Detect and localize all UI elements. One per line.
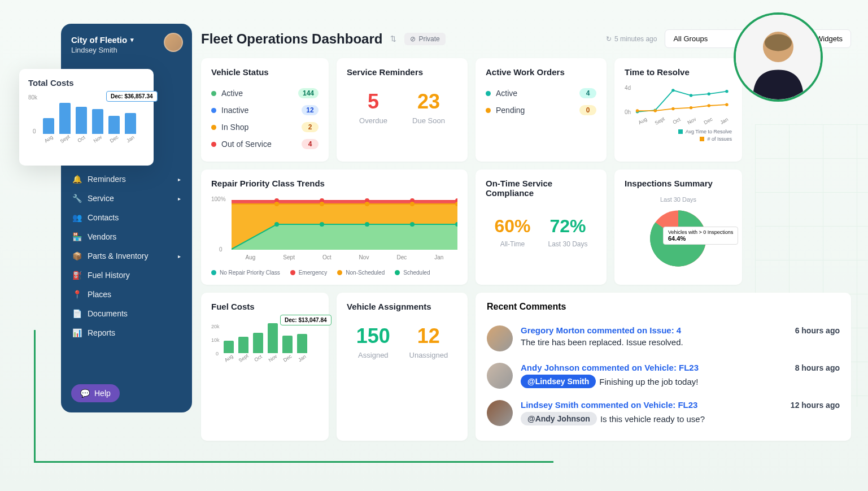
- avatar[interactable]: [164, 33, 183, 52]
- metric-label: Unassigned: [409, 351, 448, 359]
- x-label: Aug: [246, 254, 256, 260]
- avatar[interactable]: [487, 400, 513, 426]
- comment-time: 12 hours ago: [791, 401, 840, 410]
- org-name-label: City of Fleetio: [71, 35, 127, 45]
- box-icon: 📦: [72, 251, 81, 260]
- y-tick: 20k: [211, 324, 220, 329]
- card-title: Vehicle Assignments: [347, 302, 457, 311]
- x-label: Dec: [396, 254, 407, 260]
- svg-point-9: [690, 106, 692, 109]
- total-costs-card: Total Costs 80k 0 Dec: $36,857.34 Aug Se…: [19, 69, 154, 166]
- status-dot: [211, 125, 216, 130]
- status-label: Inactive: [221, 106, 248, 115]
- x-label: Jan: [296, 353, 308, 364]
- document-icon: 📄: [72, 309, 81, 318]
- bell-icon: 🔔: [72, 175, 81, 184]
- svg-point-21: [320, 202, 324, 206]
- presenter-avatar: [734, 12, 823, 102]
- x-label: Jan: [124, 133, 137, 145]
- nav-label: Contacts: [88, 213, 119, 222]
- legend-dot: [678, 129, 683, 134]
- chevron-right-icon: ▸: [178, 195, 181, 202]
- privacy-label: Private: [418, 35, 439, 43]
- metric-value: 60%: [494, 216, 530, 237]
- x-label: Oct: [322, 254, 332, 260]
- sidebar-item-parts[interactable]: 📦Parts & Inventory▸: [61, 246, 192, 266]
- x-label: Aug: [42, 133, 55, 145]
- mention-pill[interactable]: @Andy Johnson: [521, 412, 597, 425]
- x-label: Sept: [283, 254, 295, 260]
- card-title: Time to Resolve: [625, 67, 732, 77]
- mention-pill[interactable]: @Lindsey Smith: [521, 375, 596, 388]
- bar: [125, 113, 136, 134]
- comment-link[interactable]: Andy Johnson commented on Vehicle: FL23: [521, 363, 699, 372]
- bar: [43, 118, 54, 134]
- status-count: 144: [298, 88, 319, 98]
- metric-value: 5: [359, 90, 387, 113]
- line-chart: 4d 0h AugSeptOctNovDecJan: [625, 85, 732, 124]
- status-count: 4: [579, 88, 596, 98]
- avatar[interactable]: [487, 363, 513, 389]
- help-label: Help: [94, 389, 111, 398]
- area-chart: 100% 0 AugSeptOctNovDecJan: [211, 196, 457, 264]
- legend-label: Emergency: [299, 270, 328, 276]
- metric-value: 12: [409, 325, 448, 347]
- privacy-badge[interactable]: ⊘ Private: [404, 33, 445, 45]
- fuel-costs-card: Fuel Costs 20k 10k 0 Dec: $13,047.84 Aug…: [201, 293, 329, 441]
- status-row[interactable]: Active4: [486, 85, 596, 102]
- sidebar-item-vendors[interactable]: 🏪Vendors: [61, 227, 192, 246]
- help-button[interactable]: 💬 Help: [71, 384, 120, 402]
- sidebar-item-documents[interactable]: 📄Documents: [61, 304, 192, 323]
- svg-point-10: [708, 104, 710, 107]
- sidebar-item-fuel[interactable]: ⛽Fuel History: [61, 266, 192, 285]
- bar: [108, 116, 120, 134]
- metric-label: All-Time: [494, 240, 530, 248]
- chart-tooltip: Dec: $13,047.84: [280, 315, 332, 325]
- status-row[interactable]: In Shop2: [211, 119, 319, 136]
- status-row[interactable]: Pending0: [486, 102, 596, 119]
- users-icon: 👥: [72, 213, 81, 222]
- chart-tooltip: Vehicles with > 0 Inspections 64.4%: [663, 227, 738, 245]
- comment-link[interactable]: Lindsey Smith commented on Vehicle: FL23: [521, 400, 697, 410]
- svg-point-7: [653, 109, 656, 112]
- time-resolve-card: Time to Resolve 4d 0h AugSeptOctNovDecJa…: [614, 58, 742, 162]
- sidebar-item-reminders[interactable]: 🔔Reminders▸: [61, 170, 192, 189]
- bar: [92, 109, 103, 134]
- expand-icon[interactable]: ⇅: [390, 34, 396, 43]
- svg-point-28: [410, 222, 415, 227]
- comment-link[interactable]: Gregory Morton commented on Issue: 4: [521, 325, 681, 335]
- x-label: Oct: [671, 116, 681, 125]
- card-title: Inspections Summary: [625, 179, 732, 188]
- dropdown-value: All Groups: [673, 34, 708, 43]
- status-row[interactable]: Active144: [211, 85, 319, 102]
- y-tick: 0: [219, 246, 223, 253]
- status-label: In Shop: [221, 123, 248, 132]
- metric-value: 150: [356, 325, 390, 347]
- legend-dot: [395, 270, 400, 275]
- nav-label: Documents: [88, 309, 128, 318]
- avatar[interactable]: [487, 325, 513, 351]
- x-label: Sept: [654, 116, 666, 126]
- status-row[interactable]: Inactive12: [211, 102, 319, 119]
- refresh-indicator[interactable]: ↻ 5 minutes ago: [606, 35, 657, 43]
- sidebar-item-reports[interactable]: 📊Reports: [61, 323, 192, 342]
- x-label: Oct: [252, 353, 264, 364]
- status-row[interactable]: Out of Service4: [211, 136, 319, 153]
- sidebar-item-contacts[interactable]: 👥Contacts: [61, 208, 192, 227]
- x-label: Jan: [434, 254, 443, 260]
- x-label: Aug: [638, 116, 648, 126]
- x-label: Oct: [75, 133, 88, 145]
- status-count: 2: [302, 122, 319, 132]
- status-count: 12: [302, 105, 319, 115]
- status-dot: [211, 108, 216, 113]
- bar: [224, 341, 234, 353]
- bar: [238, 337, 248, 353]
- comment-text: The tire has been replaced. Issue resolv…: [521, 337, 683, 347]
- sidebar-item-places[interactable]: 📍Places: [61, 285, 192, 304]
- card-title: Fuel Costs: [211, 302, 319, 311]
- x-label: Dec: [282, 353, 293, 364]
- sidebar-item-service[interactable]: 🔧Service▸: [61, 189, 192, 208]
- bar: [297, 334, 307, 353]
- legend-label: No Repair Priority Class: [220, 270, 280, 276]
- card-title: Total Costs: [28, 78, 145, 88]
